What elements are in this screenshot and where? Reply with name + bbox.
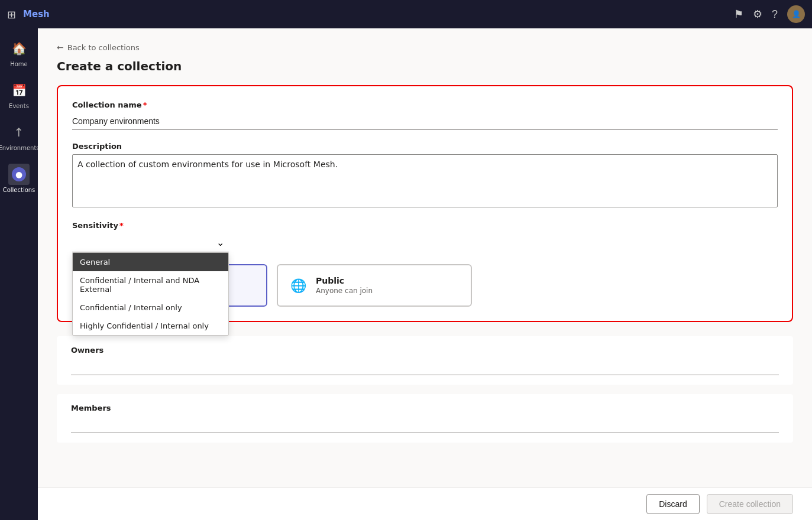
form-section: Collection name* Description A collectio… (57, 85, 793, 322)
required-star-sensitivity: * (119, 221, 124, 230)
dropdown-option-confidential-nda[interactable]: Confidential / Internal and NDA External (73, 271, 228, 298)
discard-button[interactable]: Discard (646, 494, 699, 514)
collection-name-label: Collection name* (72, 100, 778, 109)
owners-section: Owners (57, 336, 793, 385)
sensitivity-section: Sensitivity* General Confidential / Inte… (72, 221, 778, 252)
sidebar-item-collections[interactable]: ● Collections (2, 159, 35, 199)
main-layout: 🏠 Home 📅 Events ↑ Environments ● Collect… (0, 28, 812, 520)
collection-name-field: Collection name* (72, 100, 778, 130)
collection-name-input[interactable] (72, 113, 778, 130)
sidebar-item-events[interactable]: 📅 Events (2, 75, 35, 115)
events-icon: 📅 (8, 80, 30, 101)
breadcrumb: ← Back to collections (57, 43, 793, 52)
page-title: Create a collection (57, 59, 793, 73)
owners-input[interactable] (71, 358, 779, 375)
flag-icon[interactable]: ⚑ (734, 8, 743, 21)
description-label: Description (72, 142, 778, 151)
dropdown-option-confidential-internal[interactable]: Confidential / Internal only (73, 298, 228, 317)
sidebar-item-environments[interactable]: ↑ Environments (2, 117, 35, 157)
sidebar-label-home: Home (10, 61, 28, 68)
footer: Discard Create collection (38, 487, 812, 520)
owners-label: Owners (71, 346, 779, 355)
members-input[interactable] (71, 416, 779, 433)
gear-icon[interactable]: ⚙ (753, 8, 762, 21)
content-area: ← Back to collections Create a collectio… (38, 28, 812, 520)
required-star-name: * (143, 100, 147, 109)
public-card-subtitle: Anyone can join (316, 287, 373, 295)
members-section: Members (57, 394, 793, 443)
description-textarea[interactable]: A collection of custom environments for … (72, 154, 778, 207)
dropdown-option-general[interactable]: General (73, 253, 228, 271)
sensitivity-dropdown-trigger[interactable] (72, 233, 229, 252)
members-label: Members (71, 404, 779, 412)
globe-icon: 🌐 (287, 275, 309, 296)
dropdown-option-highly-confidential[interactable]: Highly Confidential / Internal only (73, 317, 228, 335)
sensitivity-dropdown: General Confidential / Internal and NDA … (72, 233, 229, 252)
app-title: Mesh (23, 9, 727, 20)
sensitivity-label: Sensitivity* (72, 221, 778, 230)
environments-icon: ↑ (8, 122, 30, 143)
back-arrow-icon: ← (57, 43, 64, 52)
collections-icon: ● (8, 164, 30, 185)
chevron-down-icon (216, 237, 224, 248)
description-field: Description A collection of custom envir… (72, 142, 778, 209)
sidebar-item-home[interactable]: 🏠 Home (2, 33, 35, 73)
public-card-title: Public (316, 276, 373, 285)
public-card-content: Public Anyone can join (316, 276, 373, 295)
back-to-collections-link[interactable]: Back to collections (67, 43, 140, 52)
sidebar-label-environments: Environments (0, 145, 40, 152)
sidebar-label-collections: Collections (3, 187, 35, 194)
help-icon[interactable]: ? (772, 8, 778, 21)
privacy-card-public[interactable]: 🌐 Public Anyone can join (277, 264, 472, 307)
grid-icon[interactable]: ⊞ (7, 8, 16, 21)
topbar-actions: ⚑ ⚙ ? 👤 (734, 5, 805, 23)
home-icon: 🏠 (8, 38, 30, 59)
avatar[interactable]: 👤 (787, 5, 805, 23)
sidebar-label-events: Events (9, 103, 29, 110)
create-collection-button[interactable]: Create collection (707, 494, 793, 514)
topbar: ⊞ Mesh ⚑ ⚙ ? 👤 (0, 0, 812, 28)
sidebar: 🏠 Home 📅 Events ↑ Environments ● Collect… (0, 28, 38, 520)
sensitivity-dropdown-menu: General Confidential / Internal and NDA … (72, 252, 229, 336)
